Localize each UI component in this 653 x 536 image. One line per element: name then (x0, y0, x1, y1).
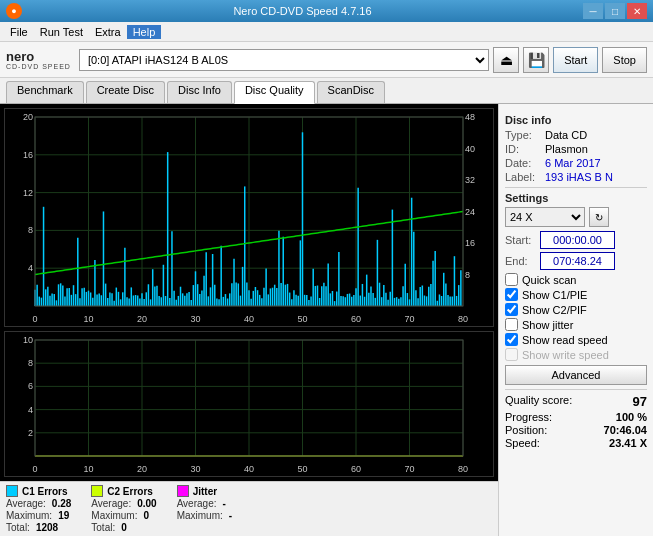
bottom-chart (4, 331, 494, 477)
quick-scan-label: Quick scan (522, 274, 576, 286)
nero-logo: nero CD-DVD SPEED (6, 50, 71, 70)
speed-label: Speed: (505, 437, 540, 449)
main-content: C1 Errors Average:0.28 Maximum:19 Total:… (0, 104, 653, 536)
drive-select[interactable]: [0:0] ATAPI iHAS124 B AL0S (79, 49, 489, 71)
show-c2pif-label: Show C2/PIF (522, 304, 587, 316)
date-value: 6 Mar 2017 (545, 157, 601, 169)
minimize-button[interactable]: ─ (583, 3, 603, 19)
c2-color-box (91, 485, 103, 497)
c2-legend: C2 Errors Average:0.00 Maximum:0 Total:0 (91, 485, 156, 533)
jitter-color-box (177, 485, 189, 497)
divider-2 (505, 389, 647, 390)
speed-value: 23.41 X (609, 437, 647, 449)
id-key: ID: (505, 143, 545, 155)
tab-benchmark[interactable]: Benchmark (6, 81, 84, 103)
end-time-input[interactable] (540, 252, 615, 270)
c1-label: C1 Errors (22, 486, 68, 497)
settings-title: Settings (505, 192, 647, 204)
close-button[interactable]: ✕ (627, 3, 647, 19)
disc-info-section: Disc info Type: Data CD ID: Plasmon Date… (505, 114, 647, 183)
type-key: Type: (505, 129, 545, 141)
start-button[interactable]: Start (553, 47, 598, 73)
id-value: Plasmon (545, 143, 588, 155)
save-button[interactable]: 💾 (523, 47, 549, 73)
menu-run-test[interactable]: Run Test (34, 25, 89, 39)
start-label: Start: (505, 234, 540, 246)
c1-color-box (6, 485, 18, 497)
progress-value: 100 % (616, 411, 647, 423)
label-value: 193 iHAS B N (545, 171, 613, 183)
date-key: Date: (505, 157, 545, 169)
app-icon: ● (6, 3, 22, 19)
show-c2pif-checkbox[interactable] (505, 303, 518, 316)
show-jitter-label: Show jitter (522, 319, 573, 331)
type-value: Data CD (545, 129, 587, 141)
top-chart (4, 108, 494, 327)
show-c1pie-checkbox[interactable] (505, 288, 518, 301)
menu-extra[interactable]: Extra (89, 25, 127, 39)
c2-label: C2 Errors (107, 486, 153, 497)
chart-area: C1 Errors Average:0.28 Maximum:19 Total:… (0, 104, 498, 536)
menu-bar: File Run Test Extra Help (0, 22, 653, 42)
quality-score-value: 97 (633, 394, 647, 409)
quick-scan-checkbox[interactable] (505, 273, 518, 286)
jitter-label: Jitter (193, 486, 217, 497)
settings-section: Settings 24 X Maximum4 X8 X12 X16 X24 X3… (505, 192, 647, 385)
jitter-legend: Jitter Average:- Maximum:- (177, 485, 232, 533)
show-jitter-checkbox[interactable] (505, 318, 518, 331)
toolbar: nero CD-DVD SPEED [0:0] ATAPI iHAS124 B … (0, 42, 653, 78)
maximize-button[interactable]: □ (605, 3, 625, 19)
divider-1 (505, 187, 647, 188)
progress-label: Progress: (505, 411, 552, 423)
bottom-chart-canvas (5, 332, 493, 476)
end-label: End: (505, 255, 540, 267)
menu-help[interactable]: Help (127, 25, 162, 39)
tab-disc-info[interactable]: Disc Info (167, 81, 232, 103)
advanced-button[interactable]: Advanced (505, 365, 647, 385)
position-value: 70:46.04 (604, 424, 647, 436)
nero-logo-bottom: CD-DVD SPEED (6, 63, 71, 70)
menu-file[interactable]: File (4, 25, 34, 39)
start-time-input[interactable] (540, 231, 615, 249)
label-key: Label: (505, 171, 545, 183)
tab-disc-quality[interactable]: Disc Quality (234, 81, 315, 104)
c1-legend: C1 Errors Average:0.28 Maximum:19 Total:… (6, 485, 71, 533)
side-panel: Disc info Type: Data CD ID: Plasmon Date… (498, 104, 653, 536)
show-read-speed-checkbox[interactable] (505, 333, 518, 346)
legend-bar: C1 Errors Average:0.28 Maximum:19 Total:… (0, 481, 498, 536)
tab-create-disc[interactable]: Create Disc (86, 81, 165, 103)
speed-select[interactable]: 24 X Maximum4 X8 X12 X16 X24 X32 X40 X48… (505, 207, 585, 227)
quality-score-label: Quality score: (505, 394, 572, 409)
show-read-speed-label: Show read speed (522, 334, 608, 346)
disc-info-title: Disc info (505, 114, 647, 126)
title-bar-controls: ─ □ ✕ (583, 3, 647, 19)
nero-logo-top: nero (6, 50, 71, 63)
eject-button[interactable]: ⏏ (493, 47, 519, 73)
top-chart-canvas (5, 109, 493, 326)
window-title: Nero CD-DVD Speed 4.7.16 (22, 5, 583, 17)
quality-section: Quality score: 97 Progress: 100 % Positi… (505, 394, 647, 449)
show-write-speed-label: Show write speed (522, 349, 609, 361)
title-bar: ● Nero CD-DVD Speed 4.7.16 ─ □ ✕ (0, 0, 653, 22)
position-label: Position: (505, 424, 547, 436)
refresh-button[interactable]: ↻ (589, 207, 609, 227)
show-c1pie-label: Show C1/PIE (522, 289, 587, 301)
show-write-speed-checkbox[interactable] (505, 348, 518, 361)
tab-scan-disc[interactable]: ScanDisc (317, 81, 385, 103)
stop-button[interactable]: Stop (602, 47, 647, 73)
tabs-bar: Benchmark Create Disc Disc Info Disc Qua… (0, 78, 653, 104)
